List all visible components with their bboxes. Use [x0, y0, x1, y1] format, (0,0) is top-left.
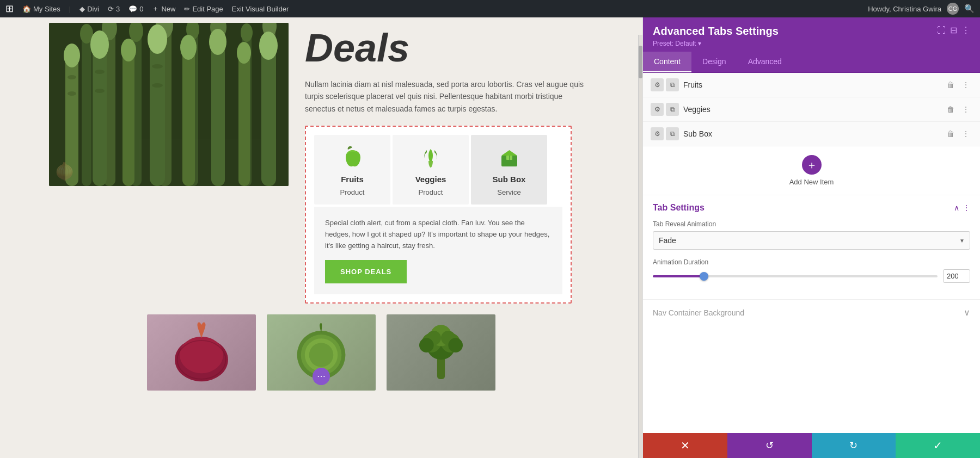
topbar: ⊞ 🏠 My Sites | ◆ Divi ⟳ 3 💬 0 ＋ New ✏ Ed…	[0, 0, 980, 17]
page-body-text: Nullam lacinia diam at nisl malesuada, s…	[305, 78, 593, 115]
sidebar-tab-advanced[interactable]: Advanced	[737, 52, 793, 72]
tab-list-item-subbox: ⚙ ⧉ Sub Box 🗑 ⋮	[643, 122, 980, 146]
tab-veggies[interactable]: Veggies Product	[393, 135, 469, 205]
svg-point-56	[419, 338, 434, 352]
tabs-nav: Fruits Product	[314, 135, 562, 205]
svg-point-30	[237, 42, 251, 64]
svg-point-14	[241, 23, 253, 42]
sidebar-tab-content[interactable]: Content	[643, 52, 691, 72]
exit-builder-item[interactable]: Exit Visual Builder	[232, 5, 289, 13]
svg-rect-23	[150, 39, 165, 186]
animation-select-wrapper: Fade Slide Bounce None	[653, 231, 970, 250]
tab-more-subbox[interactable]: ⋮	[959, 127, 972, 140]
svg-point-26	[180, 35, 197, 60]
tab-name-veggies: Veggies	[683, 105, 940, 114]
svg-point-38	[152, 83, 163, 88]
comments-item[interactable]: 💬 0	[128, 5, 143, 13]
more-options-button[interactable]: ⋮	[961, 25, 970, 35]
tab-delete-subbox[interactable]: 🗑	[944, 127, 957, 140]
svg-point-28	[209, 29, 226, 55]
veggie-onion	[147, 314, 256, 391]
save-button[interactable]: ✓	[896, 433, 980, 458]
howdy-label: Howdy, Christina Gwira	[868, 5, 941, 13]
page-title: Deals	[305, 28, 593, 67]
search-icon[interactable]: 🔍	[964, 4, 975, 14]
fullscreen-button[interactable]: ⛶	[937, 25, 946, 35]
svg-point-33	[68, 75, 76, 79]
veggie-broccoli	[387, 314, 495, 391]
tab-settings-icon-subbox[interactable]: ⚙	[651, 127, 664, 140]
nav-container-section: Nav Container Background ∨	[643, 299, 980, 325]
hero-text-block: Deals Nullam lacinia diam at nisl malesu…	[305, 23, 593, 304]
tab-subbox[interactable]: Sub Box Service	[471, 135, 547, 205]
tab-veggies-sublabel: Product	[419, 188, 443, 196]
veggie-zucchini: ⋯	[267, 314, 376, 391]
animation-field: Tab Reveal Animation Fade Slide Bounce N…	[653, 220, 970, 250]
svg-point-36	[95, 89, 105, 93]
plus-icon: ＋	[152, 4, 159, 14]
duration-slider-thumb[interactable]	[700, 272, 708, 281]
settings-more-button[interactable]: ⋮	[963, 203, 970, 212]
tabs-widget: Fruits Product	[305, 126, 572, 303]
tab-settings-icon-veggies[interactable]: ⚙	[651, 103, 664, 116]
cancel-button[interactable]: ✕	[643, 433, 727, 458]
duration-slider-track[interactable]	[653, 275, 938, 277]
duration-label: Animation Duration	[653, 258, 970, 266]
svg-rect-19	[93, 45, 107, 186]
topbar-separator-1: |	[69, 5, 71, 13]
duration-slider-fill	[653, 275, 704, 277]
svg-rect-29	[238, 53, 250, 186]
svg-point-35	[95, 70, 105, 74]
tab-duplicate-icon-veggies[interactable]: ⧉	[666, 103, 679, 116]
redo-button[interactable]: ↻	[812, 433, 896, 458]
divi-item[interactable]: ◆ Divi	[79, 5, 99, 13]
tab-settings-icon-fruits[interactable]: ⚙	[651, 78, 664, 91]
svg-point-20	[90, 30, 109, 59]
my-sites-item[interactable]: 🏠 My Sites	[22, 5, 60, 13]
revisions-item[interactable]: ⟳ 3	[108, 5, 120, 13]
veggies-row: ⋯	[49, 314, 593, 391]
tab-subbox-sublabel: Service	[497, 188, 520, 196]
avatar: CG	[947, 3, 959, 15]
nav-container-expand-button[interactable]: ∨	[964, 307, 970, 318]
svg-rect-21	[122, 50, 134, 186]
tab-duplicate-icon-fruits[interactable]: ⧉	[666, 78, 679, 91]
scroll-thumb	[639, 46, 642, 78]
preset-label[interactable]: Preset: Default ▾	[653, 40, 970, 47]
tab-delete-veggies[interactable]: 🗑	[944, 103, 957, 116]
hero-image: 🧅	[49, 23, 289, 186]
animation-select[interactable]: Fade Slide Bounce None	[653, 231, 970, 250]
edit-page-item[interactable]: ✏ Edit Page	[184, 5, 223, 13]
svg-point-32	[259, 32, 278, 60]
tab-more-veggies[interactable]: ⋮	[959, 103, 972, 116]
shop-deals-button[interactable]: SHOP DEALS	[325, 260, 407, 283]
tab-fruits-sublabel: Product	[340, 188, 365, 196]
sidebar-title: Advanced Tabs Settings	[653, 25, 779, 38]
settings-collapse-button[interactable]: ∧	[954, 203, 959, 212]
svg-rect-27	[211, 42, 225, 186]
tab-delete-fruits[interactable]: 🗑	[944, 78, 957, 91]
tab-name-subbox: Sub Box	[683, 129, 940, 138]
tab-veggies-label: Veggies	[415, 175, 446, 184]
tab-duplicate-icon-subbox[interactable]: ⧉	[666, 127, 679, 140]
add-new-item-button[interactable]: ＋ Add New Item	[643, 146, 980, 195]
tab-fruits[interactable]: Fruits Product	[314, 135, 390, 205]
tab-more-fruits[interactable]: ⋮	[959, 78, 972, 91]
settings-panel: Advanced Tabs Settings ⛶ ⊟ ⋮ Preset: Def…	[642, 17, 980, 458]
dots-menu-button[interactable]: ⋯	[313, 368, 330, 385]
wordpress-icon[interactable]: ⊞	[5, 3, 14, 15]
duration-field: Animation Duration	[653, 258, 970, 283]
animation-label: Tab Reveal Animation	[653, 220, 970, 228]
undo-button[interactable]: ↺	[727, 433, 812, 458]
duration-value-input[interactable]	[943, 269, 970, 283]
svg-point-37	[152, 64, 163, 69]
sidebar-tab-design[interactable]: Design	[691, 52, 737, 72]
add-new-label: Add New Item	[789, 178, 834, 186]
svg-point-48	[309, 343, 333, 367]
subbox-icon	[495, 143, 523, 170]
new-item[interactable]: ＋ New	[152, 4, 175, 14]
scroll-track[interactable]	[638, 35, 642, 458]
svg-point-34	[68, 91, 76, 96]
split-view-button[interactable]: ⊟	[950, 25, 957, 35]
save-icon: ✓	[933, 439, 942, 452]
